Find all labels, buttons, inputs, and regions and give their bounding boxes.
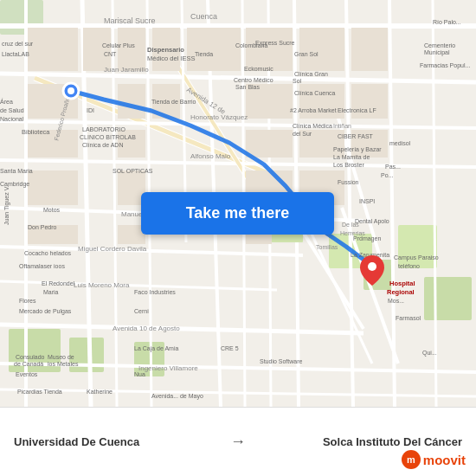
svg-text:Maria: Maria [43,289,59,295]
svg-text:Dispensario: Dispensario [147,46,184,54]
svg-text:Área: Área [0,98,13,105]
svg-text:Ingeniero Villamore: Ingeniero Villamore [138,364,198,372]
svg-rect-59 [28,170,78,205]
svg-text:Eventos: Eventos [16,371,38,377]
svg-text:de Salud: de Salud [0,107,24,113]
svg-rect-46 [299,28,344,71]
svg-text:Studio Software: Studio Software [260,358,303,364]
svg-rect-41 [83,28,111,71]
svg-text:Intiñan: Intiñan [333,123,351,129]
svg-text:San Blas: San Blas [235,84,261,90]
svg-text:medisol: medisol [389,140,411,146]
svg-text:Mos...: Mos... [388,298,404,304]
svg-text:Museo de: Museo de [48,354,74,360]
route-destination-label: Solca Instituto Del Cáncer [254,435,462,448]
svg-text:La Caja de Amia: La Caja de Amia [134,345,178,352]
svg-text:Tienda de Barrio: Tienda de Barrio [151,99,196,105]
svg-text:Cuenca: Cuenca [190,12,217,21]
svg-text:Pas...: Pas... [385,164,401,170]
svg-text:Clínica Gran: Clínica Gran [294,71,328,77]
svg-text:Cocacho helados: Cocacho helados [24,250,72,256]
svg-text:Flores: Flores [19,298,36,304]
svg-text:IDI: IDI [87,107,94,113]
svg-text:CLINICO BITROLAB: CLINICO BITROLAB [80,134,136,140]
svg-text:Regional: Regional [387,288,415,296]
svg-text:Los Broster: Los Broster [333,162,364,168]
svg-text:Motos: Motos [43,207,61,213]
svg-text:Cementerio: Cementerio [424,42,455,48]
svg-text:Sol: Sol [293,78,302,84]
svg-text:Celular Plus: Celular Plus [102,42,135,48]
moovit-logo: m moovit [402,450,466,469]
svg-text:Hospital: Hospital [389,280,415,287]
moovit-logo-text: moovit [423,453,466,467]
svg-text:#2 Arroba Market: #2 Arroba Market [290,107,337,113]
svg-text:Farmacias Popul...: Farmacias Popul... [420,62,470,69]
svg-text:Consulado: Consulado [16,354,45,360]
svg-text:Electronica LF: Electronica LF [338,107,376,113]
svg-text:Río Palo...: Río Palo... [433,19,461,25]
svg-text:La Mamita de: La Mamita de [333,154,370,160]
svg-text:Santa Maria: Santa Maria [0,168,33,174]
svg-text:Avenida 10 de Agosto: Avenida 10 de Agosto [113,325,180,332]
svg-rect-6 [398,225,437,268]
svg-text:Juan Tiguez V.: Juan Tiguez V. [3,185,10,225]
moovit-logo-icon: m [402,450,421,469]
svg-text:INSPI: INSPI [359,198,375,204]
svg-text:Campus Paraiso: Campus Paraiso [394,254,439,261]
svg-text:Eckomusic: Eckomusic [244,66,273,72]
svg-text:teléfono: teléfono [398,263,420,269]
svg-text:Farmasol: Farmasol [396,315,421,321]
svg-text:LlactaLAB: LlactaLAB [2,51,29,57]
svg-text:Mercado de Pulgas: Mercado de Pulgas [19,308,72,315]
svg-text:Po...: Po... [381,172,393,178]
svg-text:Nua: Nua [134,371,145,377]
svg-text:CNT: CNT [104,51,117,57]
svg-rect-47 [351,28,388,71]
svg-rect-53 [351,84,388,119]
svg-point-163 [68,87,74,94]
svg-rect-44 [187,28,241,71]
svg-text:Qui...: Qui... [422,350,437,357]
svg-rect-40 [28,28,78,71]
svg-text:m: m [407,454,415,465]
svg-text:de Canadá: de Canadá [14,361,43,367]
svg-rect-52 [299,84,344,119]
svg-text:del Sur: del Sur [293,131,312,137]
svg-rect-56 [246,130,293,158]
take-me-there-button[interactable]: Take me there [141,192,334,235]
svg-text:CRE 5: CRE 5 [221,345,239,351]
svg-text:Mariscal Sucre: Mariscal Sucre [104,16,156,25]
svg-text:Clínica de ADN: Clínica de ADN [82,142,123,148]
svg-rect-7 [424,277,472,320]
svg-text:Centro Médico: Centro Médico [234,77,273,83]
svg-rect-42 [118,28,145,71]
svg-rect-45 [246,28,293,71]
svg-text:Gran Sol: Gran Sol [294,51,318,57]
svg-text:Katherine: Katherine [87,389,113,395]
svg-text:LABORATORIO: LABORATORIO [82,126,125,132]
svg-text:Don Pedro: Don Pedro [28,224,57,230]
svg-text:Honorato Vázquez: Honorato Vázquez [190,113,248,121]
svg-text:Alfonso Malo: Alfonso Malo [190,152,231,160]
svg-text:Dental Apolo: Dental Apolo [355,218,389,225]
svg-text:Clínica Cuenca: Clínica Cuenca [294,90,336,96]
svg-text:Cerni: Cerni [134,308,149,314]
svg-text:CIBER FAST: CIBER FAST [338,133,374,139]
svg-text:Tomillas: Tomillas [316,244,338,250]
svg-text:Biblioteca: Biblioteca [22,128,50,136]
route-arrow-icon: → [230,433,246,451]
svg-text:Fussion: Fussion [338,179,359,185]
svg-text:Luis Moreno Mora: Luis Moreno Mora [74,281,130,289]
svg-text:Papelería y Bazar: Papelería y Bazar [333,146,382,153]
svg-text:los Metales: los Metales [48,361,79,367]
svg-point-165 [368,262,376,271]
svg-text:Avenida... de Mayo: Avenida... de Mayo [151,393,203,400]
svg-text:Colombiana: Colombiana [235,42,267,48]
svg-text:SOL OPTICAS: SOL OPTICAS [113,168,153,174]
svg-text:Picardias Tienda: Picardias Tienda [17,389,62,395]
svg-text:cruz del sur: cruz del sur [2,41,34,47]
route-origin-label: Universidad De Cuenca [14,435,222,448]
svg-text:Médico del IESS: Médico del IESS [147,55,195,62]
svg-text:El Redondel: El Redondel [42,280,75,286]
